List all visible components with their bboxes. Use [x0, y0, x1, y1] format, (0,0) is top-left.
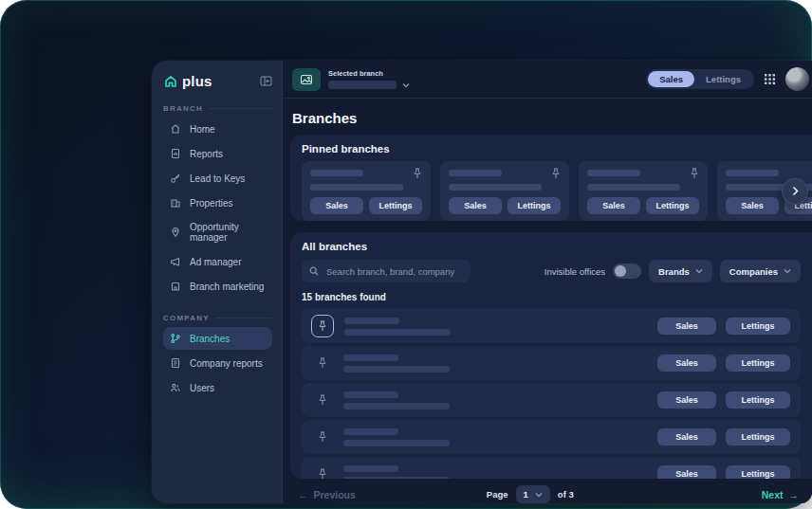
brands-dropdown[interactable]: Brands [649, 260, 712, 282]
branch-address-skeleton [587, 184, 680, 191]
row-sales-button[interactable]: Sales [657, 465, 716, 479]
page-select[interactable]: 1 [516, 485, 550, 503]
sidebar-item-label: Company reports [190, 358, 263, 369]
carousel-next-button[interactable] [782, 178, 808, 205]
map-pin-icon [170, 227, 181, 238]
pinned-branch-card[interactable]: Sales Lettings [579, 161, 708, 221]
chevron-down-icon [784, 268, 791, 274]
selected-branch-selector[interactable]: Selected branch [328, 69, 410, 89]
pin-icon[interactable] [413, 168, 422, 179]
branch-name-skeleton [310, 170, 363, 176]
chevron-down-icon [402, 82, 410, 88]
row-lettings-button[interactable]: Lettings [726, 391, 790, 409]
branches-icon [170, 333, 181, 344]
all-branches-title: All branches [302, 241, 801, 252]
sidebar-item-ad-manager[interactable]: Ad manager [163, 250, 272, 273]
sidebar-item-label: Reports [190, 149, 223, 159]
pin-icon[interactable] [690, 168, 699, 179]
logo-house-icon [163, 74, 178, 89]
selected-branch-skeleton [328, 81, 397, 89]
branch-row[interactable]: Sales Lettings [302, 457, 801, 479]
sidebar-item-label: Home [190, 124, 215, 135]
chevron-down-icon [535, 492, 543, 498]
card-sales-button[interactable]: Sales [587, 197, 640, 214]
topbar: Selected branch Sales Lettings [283, 61, 812, 99]
sidebar-item-users[interactable]: Users [163, 376, 272, 399]
previous-label: Previous [314, 489, 356, 500]
toggle-lettings[interactable]: Lettings [694, 71, 752, 87]
card-lettings-button[interactable]: Lettings [508, 197, 561, 214]
branch-name-skeleton [343, 428, 398, 435]
branch-address-skeleton [449, 184, 542, 191]
pinned-branch-card[interactable]: Sales Lettings [440, 161, 569, 221]
sidebar-item-branches[interactable]: Branches [163, 327, 272, 350]
next-page-button[interactable]: Next → [762, 489, 799, 500]
pin-icon[interactable] [311, 394, 334, 406]
pinned-branches-panel: Pinned branches Sales Lettings [290, 135, 812, 221]
card-lettings-button[interactable]: Lettings [369, 197, 422, 214]
pin-icon[interactable] [551, 168, 561, 179]
row-sales-button[interactable]: Sales [657, 391, 716, 409]
branch-search[interactable] [302, 260, 471, 282]
users-icon [170, 382, 181, 393]
card-sales-button[interactable]: Sales [310, 197, 363, 214]
branch-row[interactable]: Sales Lettings [302, 346, 801, 380]
search-input[interactable] [324, 265, 463, 278]
sidebar-item-properties[interactable]: Properties [163, 191, 272, 214]
branch-address-skeleton [343, 366, 450, 373]
arrow-right-icon: → [789, 489, 800, 500]
apps-grid-icon[interactable] [764, 73, 776, 85]
card-lettings-button[interactable]: Lettings [646, 197, 699, 214]
chevron-right-icon [792, 186, 799, 196]
pin-icon[interactable] [311, 431, 334, 443]
card-sales-button[interactable]: Sales [726, 197, 779, 214]
sidebar-item-branch-marketing[interactable]: Branch marketing [163, 275, 272, 298]
row-sales-button[interactable]: Sales [657, 428, 716, 445]
invisible-offices-toggle[interactable] [613, 264, 641, 279]
sidebar-item-label: Lead to Keys [190, 173, 245, 184]
sidebar-item-label: Branch marketing [190, 282, 264, 292]
branch-row[interactable]: Sales Lettings [302, 420, 801, 454]
branch-name-skeleton [343, 391, 398, 398]
pin-icon-highlighted[interactable] [311, 315, 334, 337]
card-sales-button[interactable]: Sales [449, 197, 502, 214]
screenshot-stage: plus BRANCH Home Reports Lead to Keys P [0, 0, 812, 509]
pin-icon[interactable] [311, 357, 334, 369]
row-lettings-button[interactable]: Lettings [726, 318, 790, 335]
toggle-knob [615, 265, 626, 277]
sidebar-collapse-icon[interactable] [260, 75, 272, 87]
app-window: plus BRANCH Home Reports Lead to Keys P [152, 61, 812, 503]
companies-dropdown[interactable]: Companies [720, 260, 801, 282]
chevron-down-icon [695, 268, 703, 274]
user-avatar[interactable] [785, 67, 809, 91]
row-lettings-button[interactable]: Lettings [726, 465, 790, 479]
sidebar-item-reports[interactable]: Reports [163, 142, 272, 165]
sidebar-item-opportunity-manager[interactable]: Opportunity manager [163, 216, 272, 248]
previous-page-button[interactable]: ← Previous [298, 489, 356, 500]
row-lettings-button[interactable]: Lettings [726, 354, 790, 372]
pin-icon[interactable] [311, 468, 334, 479]
sidebar-item-home[interactable]: Home [163, 118, 272, 140]
toggle-sales[interactable]: Sales [648, 71, 694, 87]
pagination: ← Previous Page 1 of 3 Next → [283, 479, 812, 503]
home-icon [170, 123, 181, 135]
section-label-branch: BRANCH [163, 104, 272, 113]
branch-row[interactable]: Sales Lettings [302, 309, 801, 343]
pinned-branch-card[interactable]: Sales Lettings [302, 161, 431, 221]
branch-address-skeleton [343, 403, 450, 409]
logo-text: plus [182, 73, 212, 89]
sidebar-item-lead-to-keys[interactable]: Lead to Keys [163, 167, 272, 190]
arrow-left-icon: ← [298, 489, 308, 500]
page-select-value: 1 [524, 489, 528, 500]
branches-list: Sales Lettings Sales Lettings [302, 309, 801, 479]
row-sales-button[interactable]: Sales [657, 318, 716, 335]
branch-image-button[interactable] [292, 68, 321, 91]
invisible-offices-label: Invisible offices [544, 266, 605, 277]
row-sales-button[interactable]: Sales [657, 354, 716, 372]
companies-dropdown-label: Companies [729, 266, 778, 277]
next-label: Next [762, 489, 784, 500]
sidebar: plus BRANCH Home Reports Lead to Keys P [152, 61, 283, 503]
row-lettings-button[interactable]: Lettings [726, 428, 790, 445]
sidebar-item-company-reports[interactable]: Company reports [163, 352, 272, 374]
branch-row[interactable]: Sales Lettings [302, 383, 801, 417]
